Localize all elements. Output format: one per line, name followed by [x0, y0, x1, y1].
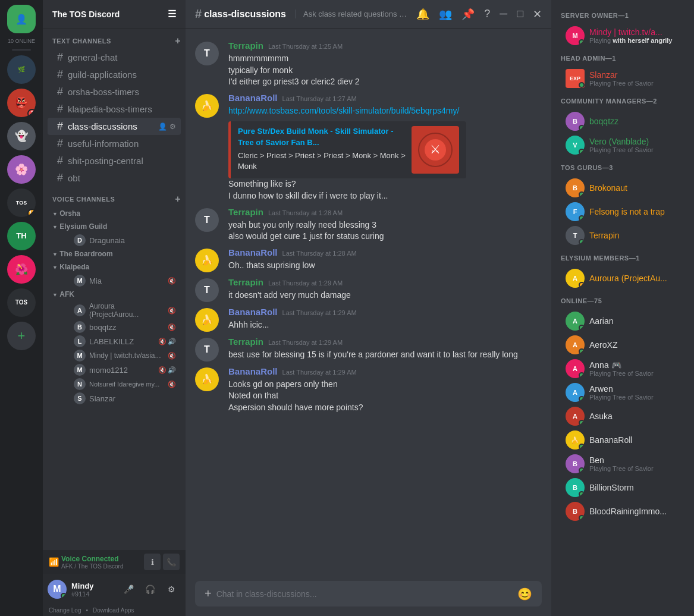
- settings-icon[interactable]: ⚙: [169, 122, 176, 131]
- server-header[interactable]: The TOS Discord ☰: [43, 0, 186, 29]
- channel-title: # class-discussions: [195, 7, 286, 21]
- microphone-button[interactable]: 🎤: [119, 580, 138, 599]
- voice-user-auroura[interactable]: A Auroura (ProjectAurou... 🔇: [48, 301, 181, 320]
- voice-user-labelkillz[interactable]: L LABELKILLZ 🔇🔊: [48, 334, 181, 348]
- channel-klaipedia-boss-timers[interactable]: # klaipedia-boss-timers: [48, 100, 181, 118]
- channel-useful-information[interactable]: # useful-information: [48, 135, 181, 152]
- server-icon-th[interactable]: TH: [7, 222, 36, 250]
- pin-icon[interactable]: 📌: [461, 8, 475, 21]
- hash-icon: #: [57, 172, 63, 184]
- voice-category-boardroom[interactable]: The Boardroom: [48, 247, 181, 260]
- member-name: BloodRainingImmo...: [589, 507, 684, 516]
- channel-obt[interactable]: # obt: [48, 169, 181, 187]
- voice-category-elysium[interactable]: Elysium Guild: [48, 220, 181, 233]
- emoji-button[interactable]: 😊: [517, 587, 532, 601]
- member-vero[interactable]: V Vero (Vanblade) Playing Tree of Savior: [556, 133, 689, 157]
- voice-channels-header[interactable]: VOICE CHANNELS +: [43, 191, 186, 207]
- voice-user-boqqtzz[interactable]: B boqqtzz 🔇: [48, 320, 181, 334]
- status-dot: [579, 149, 585, 155]
- member-arwen[interactable]: A Arwen Playing Tree of Savior: [556, 381, 689, 404]
- maximize-icon[interactable]: □: [517, 8, 523, 20]
- voice-user-mia[interactable]: M Mia 🔇: [48, 274, 181, 288]
- voice-user-momo1212[interactable]: M momo1212 🔇🔊: [48, 363, 181, 377]
- member-boqqtzz[interactable]: B boqqtzz: [556, 109, 689, 133]
- server-icon-tos[interactable]: 🌿: [7, 55, 36, 84]
- member-bananaroll[interactable]: 🍌 BananaRoll: [556, 428, 689, 452]
- member-aarian[interactable]: A Aarian: [556, 309, 689, 333]
- server-icon-4[interactable]: 🌸: [7, 155, 36, 184]
- member-brokonaut[interactable]: B Brokonaut: [556, 176, 689, 200]
- invite-icon[interactable]: 👤: [158, 122, 167, 131]
- headphone-button[interactable]: 🎧: [140, 580, 159, 599]
- channel-general-chat[interactable]: # general-chat: [48, 49, 181, 66]
- user-settings-button[interactable]: ⚙: [162, 580, 181, 599]
- member-asuka[interactable]: A Asuka: [556, 404, 689, 428]
- add-text-channel-button[interactable]: +: [175, 36, 181, 46]
- add-server-button[interactable]: +: [7, 322, 36, 350]
- member-aeroxz[interactable]: A AeroXZ: [556, 333, 689, 357]
- header-icons: 🔔 👥 📌 ? ─ □ ✕: [416, 8, 542, 21]
- voice-user-dragunaia[interactable]: D Dragunaia: [48, 233, 181, 247]
- message-content: Terrapin Last Thursday at 1:25 AM hmmmmm…: [228, 40, 542, 88]
- server-icon-5[interactable]: TOS 10: [7, 188, 36, 217]
- channel-name: orsha-boss-timers: [68, 87, 139, 97]
- minimize-icon[interactable]: ─: [500, 8, 507, 20]
- message-timestamp: Last Thursday at 1:28 AM: [282, 250, 357, 257]
- message-timestamp: Last Thursday at 1:28 AM: [268, 209, 343, 216]
- message-input[interactable]: [216, 583, 513, 605]
- member-name: Auroura (ProjectAu...: [589, 274, 684, 283]
- message-header: Terrapin Last Thursday at 1:29 AM: [228, 277, 542, 287]
- text-channels-header[interactable]: TEXT CHANNELS +: [43, 33, 186, 49]
- member-auroura[interactable]: A Auroura (ProjectAu...: [556, 266, 689, 290]
- user-avatar: S: [74, 392, 86, 404]
- server-icon-2[interactable]: 👺 1: [7, 89, 36, 117]
- member-felsong[interactable]: F Felsong is not a trap: [556, 200, 689, 224]
- server-icon-8[interactable]: TOS: [7, 288, 36, 317]
- notification-bell-icon[interactable]: 🔔: [416, 8, 429, 21]
- voice-user-notsureif[interactable]: N Notsureif Idaregive my... 🔇: [48, 377, 181, 391]
- message-text: Ahhh icic...: [228, 319, 542, 331]
- voice-category-orsha[interactable]: Orsha: [48, 207, 181, 220]
- member-mindy[interactable]: M Mindy | twitch.tv/a... Playing with he…: [556, 24, 689, 48]
- server-icon-user[interactable]: 👤: [7, 5, 36, 33]
- user-avatar: N: [74, 378, 86, 390]
- server-icon-3[interactable]: 👻: [7, 122, 36, 150]
- member-ben[interactable]: B Ben Playing Tree of Savior: [556, 452, 689, 476]
- channel-shit-posting-central[interactable]: # shit-posting-central: [48, 152, 181, 169]
- change-log-link[interactable]: Change Log: [49, 607, 81, 614]
- channel-guild-applications[interactable]: # guild-applications: [48, 66, 181, 83]
- channel-orsha-boss-timers[interactable]: # orsha-boss-timers: [48, 83, 181, 100]
- member-slanzar[interactable]: EXP Slanzar Playing Tree of Savior: [556, 67, 689, 90]
- voice-username: Mindy | twitch.tv/asia...: [89, 351, 161, 360]
- voice-category-afk[interactable]: AFK: [48, 288, 181, 301]
- channel-name: useful-information: [68, 139, 139, 149]
- voice-info-button[interactable]: ℹ: [144, 554, 161, 570]
- status-dot: [579, 39, 585, 45]
- member-anna[interactable]: A Anna 🎮 Playing Tree of Savior: [556, 357, 689, 381]
- download-apps-link[interactable]: Download Apps: [93, 607, 134, 614]
- member-status: Playing Tree of Savior: [589, 465, 684, 472]
- channel-sidebar: The TOS Discord ☰ TEXT CHANNELS + # gene…: [43, 0, 186, 616]
- message-link[interactable]: http://www.tosbase.com/tools/skill-simul…: [228, 106, 459, 115]
- members-list-icon[interactable]: 👥: [439, 8, 452, 21]
- message-text: yeah but you only really need blessing 3…: [228, 219, 542, 243]
- help-icon[interactable]: ?: [484, 8, 490, 20]
- category-name: Klaipeda: [59, 263, 89, 271]
- close-icon[interactable]: ✕: [533, 8, 542, 21]
- voice-user-slanzar[interactable]: S Slanzar: [48, 391, 181, 406]
- channel-name: obt: [68, 173, 80, 183]
- server-icon-7[interactable]: 🌺: [7, 255, 36, 284]
- add-voice-channel-button[interactable]: +: [175, 194, 181, 205]
- member-bloodraining[interactable]: B BloodRainingImmo...: [556, 499, 689, 523]
- message-group: T Terrapin Last Thursday at 1:29 AM best…: [186, 334, 551, 364]
- upload-button[interactable]: +: [205, 581, 212, 606]
- channel-class-discussions[interactable]: # class-discussions 👤 ⚙: [48, 118, 181, 135]
- voice-category-klaipeda[interactable]: Klaipeda: [48, 260, 181, 274]
- mute-icons: 🔇🔊: [158, 338, 176, 345]
- channel-name: klaipedia-boss-timers: [68, 104, 152, 114]
- member-billionstorm[interactable]: B BillionStorm: [556, 476, 689, 499]
- voice-user-mindy[interactable]: M Mindy | twitch.tv/asia... 🔇: [48, 348, 181, 363]
- server-menu-icon[interactable]: ☰: [168, 8, 176, 20]
- member-terrapin[interactable]: T Terrapin: [556, 224, 689, 247]
- voice-disconnect-button[interactable]: 📞: [163, 554, 180, 570]
